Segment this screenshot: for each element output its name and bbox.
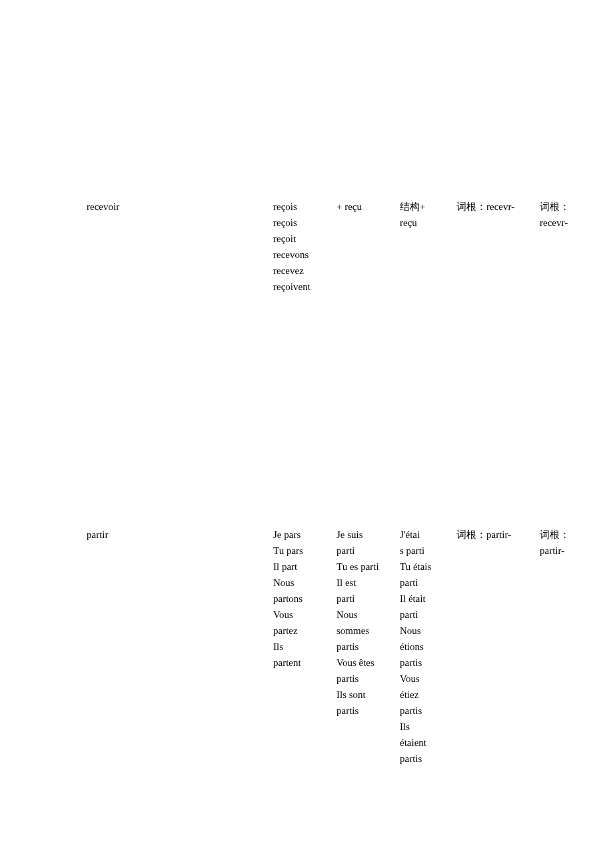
plus-cell: 结构+ reçu	[400, 199, 456, 231]
verb-cell: recevoir	[87, 199, 273, 215]
imparfait-cell: 词根：partir-	[456, 527, 533, 543]
passe-cell: Je suis parti Tu es parti Il est parti N…	[336, 527, 396, 719]
present-cell: Je pars Tu pars Il part Nous partons Vou…	[273, 527, 333, 671]
verb-cell: partir	[87, 527, 273, 543]
present-cell: reçois reçois reçoit recevons recevez re…	[273, 199, 333, 295]
plus-cell: J'étai s parti Tu étais parti Il était p…	[400, 527, 456, 767]
futur-cell: 词根： recevr-	[540, 199, 593, 231]
imparfait-cell: 词根：recevr-	[456, 199, 533, 215]
futur-cell: 词根： partir-	[540, 527, 593, 559]
passe-cell: + reçu	[336, 199, 396, 215]
